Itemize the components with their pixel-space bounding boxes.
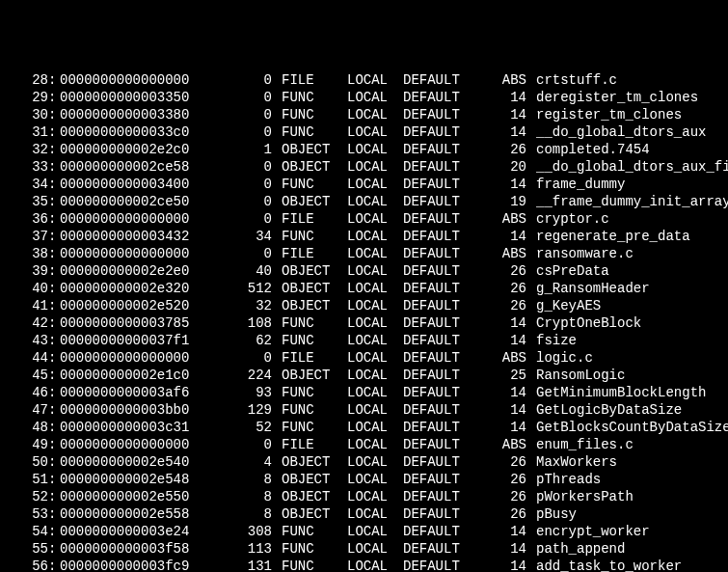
symbol-value: 00000000000033c0 xyxy=(60,123,214,141)
colon-separator: : xyxy=(48,89,60,106)
symbol-type: FILE xyxy=(272,349,337,367)
symbol-row: 55:0000000000003f58113FUNCLOCALDEFAULT14… xyxy=(0,540,728,558)
symbol-type: FUNC xyxy=(272,558,337,572)
symbol-bind: LOCAL xyxy=(337,436,403,453)
symbol-num: 30 xyxy=(0,106,48,123)
symbol-num: 34 xyxy=(0,176,48,193)
colon-separator: : xyxy=(48,401,60,419)
symbol-visibility: DEFAULT xyxy=(403,280,480,297)
symbol-value: 0000000000003bb0 xyxy=(60,401,214,419)
symbol-num: 50 xyxy=(0,453,48,471)
symbol-type: OBJECT xyxy=(272,297,337,314)
symbol-value: 0000000000000000 xyxy=(60,245,214,262)
symbol-ndx: 25 xyxy=(480,367,526,384)
symbol-num: 44 xyxy=(0,349,48,367)
symbol-ndx: 26 xyxy=(480,471,526,488)
symbol-bind: LOCAL xyxy=(337,141,403,158)
symbol-bind: LOCAL xyxy=(337,314,403,332)
symbol-row: 47:0000000000003bb0129FUNCLOCALDEFAULT14… xyxy=(0,401,728,419)
symbol-name: frame_dummy xyxy=(526,176,728,193)
symbol-type: FUNC xyxy=(272,228,337,245)
symbol-bind: LOCAL xyxy=(337,558,403,572)
symbol-visibility: DEFAULT xyxy=(403,89,480,106)
symbol-type: FUNC xyxy=(272,106,337,123)
symbol-row: 29:00000000000033500FUNCLOCALDEFAULT14de… xyxy=(0,89,728,106)
symbol-num: 37 xyxy=(0,228,48,245)
colon-separator: : xyxy=(48,384,60,401)
symbol-row: 32:000000000002e2c01OBJECTLOCALDEFAULT26… xyxy=(0,141,728,158)
symbol-size: 8 xyxy=(214,488,272,505)
symbol-value: 000000000002ce50 xyxy=(60,193,214,210)
symbol-num: 28 xyxy=(0,71,48,89)
colon-separator: : xyxy=(48,540,60,558)
symbol-name: path_append xyxy=(526,540,728,558)
symbol-ndx: ABS xyxy=(480,71,526,89)
symbol-row: 43:00000000000037f162FUNCLOCALDEFAULT14f… xyxy=(0,332,728,349)
symbol-value: 0000000000000000 xyxy=(60,349,214,367)
symbol-ndx: 14 xyxy=(480,176,526,193)
symbol-size: 0 xyxy=(214,176,272,193)
symbol-name: cryptor.c xyxy=(526,210,728,228)
symbol-bind: LOCAL xyxy=(337,228,403,245)
symbol-value: 000000000002e520 xyxy=(60,297,214,314)
symbol-type: FUNC xyxy=(272,401,337,419)
symbol-type: FUNC xyxy=(272,89,337,106)
symbol-num: 36 xyxy=(0,210,48,228)
symbol-name: regenerate_pre_data xyxy=(526,228,728,245)
symbol-bind: LOCAL xyxy=(337,488,403,505)
symbol-value: 0000000000003380 xyxy=(60,106,214,123)
colon-separator: : xyxy=(48,488,60,505)
symbol-ndx: 26 xyxy=(480,453,526,471)
symbol-num: 47 xyxy=(0,401,48,419)
symbol-ndx: 20 xyxy=(480,158,526,176)
symbol-value: 000000000002e540 xyxy=(60,453,214,471)
symbol-size: 0 xyxy=(214,89,272,106)
symbol-name: GetMinimumBlockLength xyxy=(526,384,728,401)
symbol-value: 000000000002e2e0 xyxy=(60,262,214,280)
symbol-num: 39 xyxy=(0,262,48,280)
symbol-row: 38:00000000000000000FILELOCALDEFAULTABSr… xyxy=(0,245,728,262)
symbol-type: FILE xyxy=(272,436,337,453)
colon-separator: : xyxy=(48,280,60,297)
symbol-bind: LOCAL xyxy=(337,453,403,471)
symbol-size: 0 xyxy=(214,245,272,262)
symbol-row: 49:00000000000000000FILELOCALDEFAULTABSe… xyxy=(0,436,728,453)
symbol-bind: LOCAL xyxy=(337,297,403,314)
symbol-row: 36:00000000000000000FILELOCALDEFAULTABSc… xyxy=(0,210,728,228)
colon-separator: : xyxy=(48,453,60,471)
symbol-name: encrypt_worker xyxy=(526,523,728,540)
symbol-num: 33 xyxy=(0,158,48,176)
symbol-ndx: 14 xyxy=(480,123,526,141)
symbol-bind: LOCAL xyxy=(337,89,403,106)
symbol-ndx: 26 xyxy=(480,141,526,158)
colon-separator: : xyxy=(48,419,60,436)
symbol-row: 41:000000000002e52032OBJECTLOCALDEFAULT2… xyxy=(0,297,728,314)
symbol-value: 00000000000037f1 xyxy=(60,332,214,349)
symbol-size: 129 xyxy=(214,401,272,419)
symbol-ndx: ABS xyxy=(480,436,526,453)
symbol-bind: LOCAL xyxy=(337,349,403,367)
symbol-bind: LOCAL xyxy=(337,106,403,123)
symbol-size: 32 xyxy=(214,297,272,314)
symbol-num: 41 xyxy=(0,297,48,314)
symbol-num: 46 xyxy=(0,384,48,401)
symbol-type: OBJECT xyxy=(272,141,337,158)
symbol-num: 48 xyxy=(0,419,48,436)
symbol-value: 000000000002e1c0 xyxy=(60,367,214,384)
colon-separator: : xyxy=(48,71,60,89)
symbol-type: FUNC xyxy=(272,332,337,349)
colon-separator: : xyxy=(48,262,60,280)
symbol-row: 53:000000000002e5588OBJECTLOCALDEFAULT26… xyxy=(0,505,728,523)
symbol-name: pThreads xyxy=(526,471,728,488)
symbol-ndx: 14 xyxy=(480,314,526,332)
symbol-row: 42:0000000000003785108FUNCLOCALDEFAULT14… xyxy=(0,314,728,332)
colon-separator: : xyxy=(48,141,60,158)
symbol-ndx: 14 xyxy=(480,106,526,123)
colon-separator: : xyxy=(48,245,60,262)
symbol-bind: LOCAL xyxy=(337,401,403,419)
symbol-visibility: DEFAULT xyxy=(403,314,480,332)
symbol-size: 0 xyxy=(214,210,272,228)
symbol-num: 32 xyxy=(0,141,48,158)
symbol-name: MaxWorkers xyxy=(526,453,728,471)
symbol-value: 0000000000003350 xyxy=(60,89,214,106)
